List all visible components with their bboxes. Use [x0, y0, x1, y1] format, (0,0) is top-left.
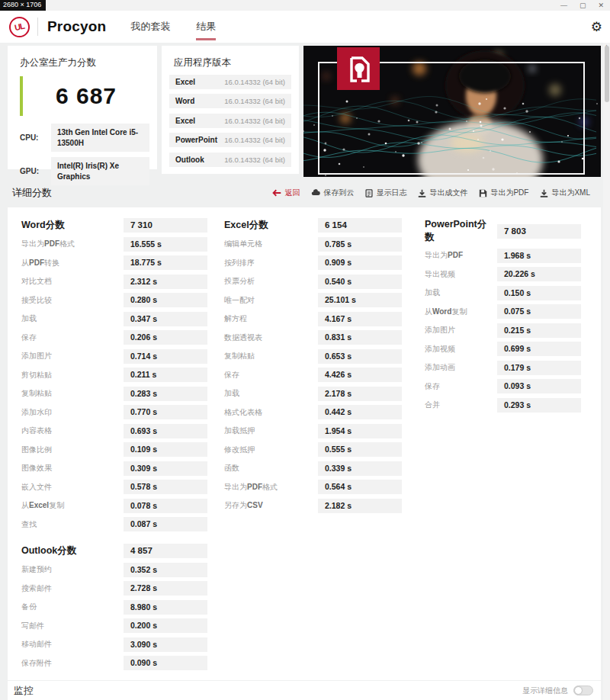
metric-row: 接受比较0.280 s — [21, 293, 207, 307]
metric-label: 另存为CSV — [224, 500, 318, 511]
metric-value: 0.693 s — [124, 424, 207, 438]
detail-column-3: PowerPoint分数7 803导出为PDF1.968 s导出视频20.226… — [416, 218, 595, 680]
metric-row: 解方程4.167 s — [224, 312, 402, 326]
app-versions-card: 应用程序版本 Excel16.0.14332 (64 bit)Word16.0.… — [162, 46, 299, 174]
app-header: UL Procyon 我的套装结果 ⚙ — [0, 11, 610, 43]
metric-value: 1.968 s — [497, 249, 581, 263]
metric-label: 加载 — [21, 313, 124, 324]
metric-row: 添加图片0.714 s — [21, 349, 207, 364]
download-icon — [540, 189, 548, 197]
metric-row: 投票分析0.540 s — [224, 275, 402, 289]
app-name: Excel — [175, 78, 195, 86]
metric-label: 从PDF转换 — [21, 258, 124, 268]
metric-value: 0.653 s — [318, 349, 402, 364]
metric-value: 0.347 s — [124, 312, 207, 326]
metric-value: 0.540 s — [318, 275, 402, 289]
tab-0[interactable]: 我的套装 — [130, 11, 170, 43]
metric-row: 查找0.087 s — [21, 517, 207, 531]
app-name: PowerPoint — [175, 136, 217, 144]
scrollbar-thumb[interactable] — [605, 46, 609, 102]
metric-value: 0.150 s — [497, 286, 581, 300]
close-button[interactable]: ✕ — [598, 1, 604, 10]
metric-value: 0.831 s — [318, 330, 402, 345]
metric-value: 3.090 s — [124, 637, 207, 652]
metric-label: 导出为PDF格式 — [21, 239, 124, 249]
metric-label: 合并 — [425, 400, 497, 410]
metric-row: 内容表格0.693 s — [21, 424, 207, 438]
metric-label: 加载抵押 — [224, 425, 318, 436]
metric-row: 格式化表格0.442 s — [224, 405, 402, 419]
metric-row: 导出为PDF格式0.564 s — [224, 480, 402, 494]
toolbar-button-label: 保存到云 — [323, 188, 354, 198]
metric-label: 导出视频 — [425, 269, 497, 280]
spec-row-1: GPU:Intel(R) Iris(R) Xe Graphics — [20, 157, 149, 185]
metric-label: 图像效果 — [21, 463, 124, 474]
metric-value: 0.309 s — [124, 461, 207, 476]
app-version: 16.0.14332 (64 bit) — [224, 156, 285, 164]
metric-value: 0.215 s — [497, 323, 581, 338]
vertical-scrollbar[interactable]: ▲ — [603, 43, 610, 700]
metric-row: 复制粘贴0.283 s — [21, 387, 207, 401]
version-row-0: Excel16.0.14332 (64 bit) — [169, 75, 291, 89]
metric-label: 从Excel复制 — [21, 500, 124, 511]
monitor-title: 监控 — [14, 684, 34, 698]
tab-1[interactable]: 结果 — [196, 11, 216, 43]
toolbar-button-5[interactable]: 导出为XML — [540, 188, 590, 198]
metric-row: 剪切粘贴0.211 s — [21, 368, 207, 382]
toolbar-buttons: 返回保存到云显示日志导出成文件导出为PDF导出为XML — [272, 188, 590, 198]
back-arrow-icon — [272, 189, 281, 197]
metric-value: 2.182 s — [318, 499, 402, 513]
settings-gear-icon[interactable]: ⚙ — [591, 21, 602, 34]
metric-label: 从Word复制 — [425, 307, 497, 317]
overall-score-value: 6 687 — [23, 83, 149, 109]
procyon-office-logo-icon — [337, 47, 380, 90]
resolution-badge: 2680 × 1706 — [0, 0, 46, 11]
metric-label: 新建预约 — [21, 564, 124, 575]
toolbar-button-2[interactable]: 显示日志 — [365, 188, 406, 198]
save-icon — [479, 189, 487, 197]
app-version: 16.0.14332 (64 bit) — [224, 97, 285, 105]
metric-label: 加载 — [425, 287, 497, 298]
metric-value: 0.283 s — [124, 387, 207, 401]
toolbar-button-4[interactable]: 导出为PDF — [479, 188, 528, 198]
metric-row: 写邮件0.200 s — [21, 618, 207, 633]
detail-column-1: Word分数7 310导出为PDF格式16.555 s从PDF转换18.775 … — [14, 218, 221, 680]
hero-photo-graphic — [303, 46, 599, 177]
section-title: PowerPoint分数 — [425, 218, 497, 244]
app-version: 16.0.14332 (64 bit) — [224, 78, 285, 86]
toolbar-button-0[interactable]: 返回 — [272, 188, 300, 198]
metric-label: 导出为PDF格式 — [224, 482, 318, 493]
metric-value: 0.555 s — [318, 442, 402, 457]
app-version: 16.0.14332 (64 bit) — [224, 117, 285, 125]
metric-value: 0.785 s — [318, 237, 402, 252]
metric-label: 导出为PDF — [425, 250, 497, 261]
metric-label: 修改抵押 — [224, 445, 318, 455]
metric-value: 0.206 s — [124, 330, 207, 345]
metric-value: 0.075 s — [497, 304, 581, 319]
maximize-button[interactable]: ▢ — [580, 1, 586, 10]
metric-value: 0.442 s — [318, 405, 402, 419]
cloud-upload-icon — [311, 189, 320, 197]
overall-score-title: 办公室生产力分数 — [20, 56, 149, 69]
metric-row: 添加图片0.215 s — [425, 323, 581, 338]
metric-value: 0.280 s — [124, 293, 207, 307]
section-score: 7 310 — [124, 218, 207, 233]
detail-scores-card: Word分数7 310导出为PDF格式16.555 s从PDF转换18.775 … — [8, 207, 601, 680]
toolbar-button-1[interactable]: 保存到云 — [311, 188, 354, 198]
metric-row: 唯一配对25.101 s — [224, 293, 402, 307]
metric-label: 解方程 — [224, 313, 318, 324]
metric-label: 函数 — [224, 463, 318, 474]
metric-value: 0.087 s — [124, 517, 207, 531]
version-row-3: PowerPoint16.0.14332 (64 bit) — [169, 133, 291, 147]
toolbar-button-3[interactable]: 导出成文件 — [418, 188, 467, 198]
metric-label: 写邮件 — [21, 621, 124, 631]
metric-row: 加载抵押1.954 s — [224, 424, 402, 438]
metric-row: 保存附件0.090 s — [21, 656, 207, 670]
show-details-toggle[interactable] — [573, 686, 593, 695]
metric-label: 添加图片 — [21, 351, 124, 361]
minimize-button[interactable]: — — [560, 1, 567, 10]
version-row-2: Excel16.0.14332 (64 bit) — [169, 114, 291, 128]
metric-row: 保存0.206 s — [21, 330, 207, 345]
metric-row: 搜索邮件2.728 s — [21, 581, 207, 596]
metric-row: 修改抵押0.555 s — [224, 442, 402, 457]
